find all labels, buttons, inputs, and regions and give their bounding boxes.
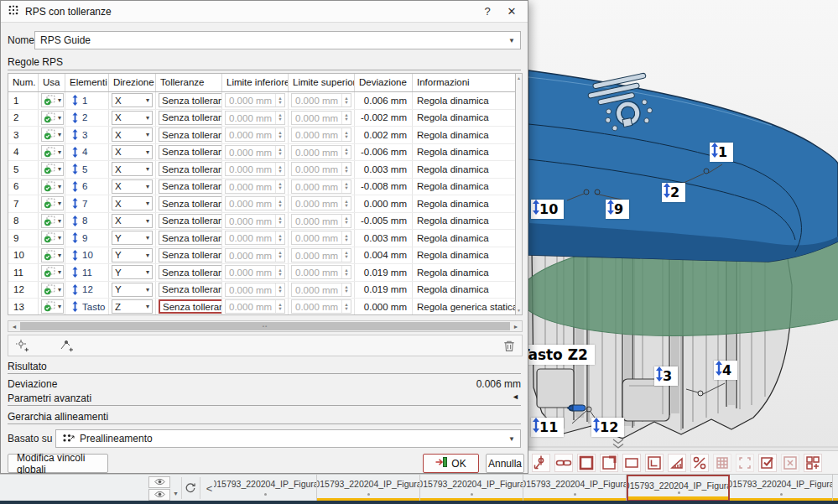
point-label-9[interactable]: 9 [606,200,629,219]
spinner-arrows-icon[interactable]: ▲▼ [341,112,351,124]
collapse-left-icon[interactable]: ◄ [512,392,519,401]
table-row[interactable]: 4▾4X▾Senza tolleranze▾0.000 mm▲▼0.000 mm… [8,144,515,162]
spinner-arrows-icon[interactable]: ▲▼ [275,94,284,107]
use-toggle-button[interactable]: ▾ [41,299,64,314]
tab-figura-3[interactable]: 12015793_220204_IP_Figura_3 [420,475,523,501]
spinner-arrows-icon[interactable]: ▲▼ [275,197,284,210]
spinner-arrows-icon[interactable]: ▲▼ [275,283,284,296]
spinner-arrows-icon[interactable]: ▲▼ [275,128,284,141]
direction-select[interactable]: Y▾ [112,265,153,279]
spinner-arrows-icon[interactable]: ▲▼ [341,94,351,107]
tolerance-select[interactable]: Senza tolleranze▾ [159,299,222,314]
upper-limit-input[interactable]: 0.000 mm▲▼ [291,162,351,176]
upper-limit-input[interactable]: 0.000 mm▲▼ [291,196,351,210]
use-toggle-button[interactable]: ▾ [41,145,64,159]
column-header-direzione[interactable]: Direzione [109,74,156,91]
table-row[interactable]: 11▾11Y▾Senza tolleranze▾0.000 mm▲▼0.000 … [8,264,515,282]
add-direction-rule-icon[interactable] [60,339,74,353]
direction-select[interactable]: X▾ [112,111,153,125]
eye-icon[interactable] [148,476,170,488]
spinner-arrows-icon[interactable]: ▲▼ [341,146,351,158]
column-header-limite-inferiore[interactable]: Limite inferiore [222,74,289,91]
chevron-down-icon[interactable]: ▼ [173,491,179,496]
spinner-arrows-icon[interactable]: ▲▼ [341,249,351,262]
spinner-arrows-icon[interactable]: ▲▼ [341,128,351,141]
lower-limit-input[interactable]: 0.000 mm▲▼ [225,248,285,262]
spinner-arrows-icon[interactable]: ▲▼ [275,163,284,175]
use-toggle-button[interactable]: ▾ [41,127,64,142]
tab-figura-5[interactable]: 12015793_220204_IP_Figura_5 [627,475,730,501]
upper-limit-input[interactable]: 0.000 mm▲▼ [291,214,351,228]
point-label-4[interactable]: 4 [714,361,737,380]
point-label-3[interactable]: 3 [654,366,678,386]
table-row[interactable]: 13▾Tasto Z2Z▾Senza tolleranze▾0.000 mm▲▼… [8,299,515,315]
percent-tool-icon[interactable] [690,454,709,472]
name-combobox[interactable]: RPS Guide ▼ [34,31,521,49]
lower-limit-input[interactable]: 0.000 mm▲▼ [225,179,285,194]
dialog-titlebar[interactable]: RPS con tolleranze ? ✕ [1,1,528,23]
table-horizontal-scrollbar[interactable]: ◄ ▪▪ ► [8,320,523,332]
spinner-arrows-icon[interactable]: ▲▼ [341,300,351,313]
checkbox-tool-icon[interactable] [758,454,777,472]
ruler-square-tool-icon[interactable] [645,454,664,472]
direction-select[interactable]: Y▾ [112,283,153,297]
lower-limit-input[interactable]: 0.000 mm▲▼ [225,127,285,142]
lower-limit-input[interactable]: 0.000 mm▲▼ [225,93,285,107]
point-label-2[interactable]: 2 [662,183,685,202]
use-toggle-button[interactable]: ▾ [41,231,64,245]
spinner-arrows-icon[interactable]: ▲▼ [275,146,284,158]
use-toggle-button[interactable]: ▾ [41,196,64,210]
table-row[interactable]: 2▾2X▾Senza tolleranze▾0.000 mm▲▼0.000 mm… [8,110,515,127]
rps-point-tool-icon[interactable] [532,454,550,472]
spinner-arrows-icon[interactable]: ▲▼ [341,283,351,296]
link-tool-icon[interactable] [554,454,573,472]
upper-limit-input[interactable]: 0.000 mm▲▼ [291,145,351,159]
tolerance-select[interactable]: Senza tolleranze▾ [159,179,222,194]
point-label-12[interactable]: 12 [591,418,624,437]
scroll-right-icon[interactable]: ► [510,321,522,331]
refresh-icon[interactable] [181,477,200,499]
ok-button[interactable]: OK [423,454,479,473]
table-row[interactable]: 6▾6X▾Senza tolleranze▾0.000 mm▲▼0.000 mm… [8,179,515,196]
spinner-arrows-icon[interactable]: ▲▼ [275,266,284,278]
use-toggle-button[interactable]: ▾ [41,248,64,262]
spinner-arrows-icon[interactable]: ▲▼ [341,266,351,278]
direction-select[interactable]: X▾ [112,162,153,176]
use-toggle-button[interactable]: ▾ [41,265,64,279]
spinner-arrows-icon[interactable]: ▲▼ [341,180,351,193]
based-on-combobox[interactable]: Preallineamento ▼ [55,429,521,448]
direction-select[interactable]: X▾ [112,196,153,210]
upper-limit-input[interactable]: 0.000 mm▲▼ [291,111,351,125]
tolerance-select[interactable]: Senza tolleranze▾ [159,248,222,262]
square-select-tool-icon[interactable] [577,454,596,472]
table-row[interactable]: 1▾1X▾Senza tolleranze▾0.000 mm▲▼0.000 mm… [8,92,515,110]
delete-rule-icon[interactable] [503,339,515,352]
direction-select[interactable]: X▾ [112,214,153,228]
direction-select[interactable]: Y▾ [112,231,153,245]
lower-limit-input[interactable]: 0.000 mm▲▼ [225,231,285,245]
scrollbar-thumb[interactable]: ▪▪ [20,322,510,330]
table-vertical-scrollbar[interactable]: ▲▼ [516,73,523,315]
upper-limit-input[interactable]: 0.000 mm▲▼ [291,299,351,314]
lower-limit-input[interactable]: 0.000 mm▲▼ [225,299,285,314]
use-toggle-button[interactable]: ▾ [41,214,64,228]
column-header-usa[interactable]: Usa [39,74,65,91]
lower-limit-input[interactable]: 0.000 mm▲▼ [225,214,285,228]
tolerance-select[interactable]: Senza tolleranze▾ [159,265,222,279]
direction-select[interactable]: Y▾ [112,248,153,262]
lower-limit-input[interactable]: 0.000 mm▲▼ [225,283,285,297]
tolerance-select[interactable]: Senza tolleranze▾ [159,231,222,245]
direction-select[interactable]: X▾ [112,93,153,107]
column-header-elementi[interactable]: Elementi [65,74,109,91]
use-toggle-button[interactable]: ▾ [41,162,64,176]
spinner-arrows-icon[interactable]: ▲▼ [341,163,351,175]
tab-figura-4[interactable]: 12015793_220204_IP_Figura_4 [523,475,627,501]
spinner-arrows-icon[interactable]: ▲▼ [275,249,284,262]
tolerance-select[interactable]: Senza tolleranze▾ [159,162,222,176]
tab-figura-1[interactable]: 12015793_220204_IP_Figura_1 [214,475,317,501]
spinner-arrows-icon[interactable]: ▲▼ [275,215,284,227]
tolerance-select[interactable]: Senza tolleranze▾ [159,283,222,297]
table-row[interactable]: 8▾8X▾Senza tolleranze▾0.000 mm▲▼0.000 mm… [8,213,515,231]
corner-square-tool-icon[interactable] [600,454,618,472]
lower-limit-input[interactable]: 0.000 mm▲▼ [225,162,285,176]
